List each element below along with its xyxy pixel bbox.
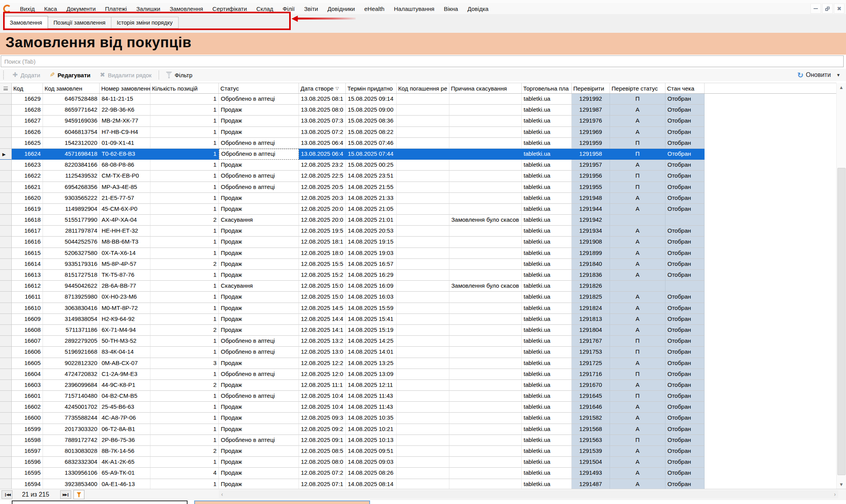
table-row[interactable]: 1660077355882444С-А8-7Р-061Продаж12.08.2… — [0, 413, 837, 424]
table-row[interactable]: 16602424500170225-45-В6-631Продаж12.08.2… — [0, 402, 837, 413]
table-row[interactable]: ▶166244571698418Т0-62-Е8-В31Оброблено в … — [0, 149, 837, 160]
column-header-4[interactable]: Кількість позицій — [150, 83, 219, 93]
column-header-1[interactable]: Код — [12, 83, 43, 93]
sort-filter-icon[interactable]: ▽ — [336, 84, 339, 93]
cell: 16596 — [12, 457, 43, 468]
pager-last-button[interactable]: ▶▶❙ — [60, 490, 71, 499]
cell: Продаж — [219, 105, 299, 116]
menu-item-Каса[interactable]: Каса — [39, 4, 62, 13]
scroll-left-icon[interactable]: ‹ — [221, 491, 223, 497]
table-row[interactable]: 16607289227920550-ТН-М3-521Оброблено в а… — [0, 336, 837, 347]
menu-item-Документи[interactable]: Документи — [62, 4, 100, 13]
table-row[interactable]: 1660857113711866Х-71-М4-942Продаж12.08.2… — [0, 325, 837, 336]
table-row[interactable]: 16625154231202001-09-Х1-411Оброблено в а… — [0, 138, 837, 149]
chevron-down-icon[interactable]: ▼ — [836, 73, 841, 77]
menu-item-Склад[interactable]: Склад — [252, 4, 278, 13]
table-row[interactable]: 166103063830416М0-МТ-8Р-721Продаж12.08.2… — [0, 303, 837, 314]
table-row[interactable]: 1659668323323044К-А1-2К-651Продаж12.08.2… — [0, 457, 837, 468]
column-header-3[interactable]: Номер замовленн — [100, 83, 150, 93]
horizontal-scrollbar[interactable]: ‹ › — [219, 490, 838, 498]
tab-2[interactable]: Позиції замовлення — [48, 17, 111, 28]
cell: 16615 — [12, 248, 43, 259]
table-row[interactable]: 166279459169036МВ-2М-ХК-771Продаж13.08.2… — [0, 116, 837, 126]
table-row[interactable]: 1659780130830288В-7К-14-562Продаж12.08.2… — [0, 446, 837, 457]
table-row[interactable]: 166216954268356МР-А3-4Е-851Оброблено в а… — [0, 182, 837, 193]
vertical-scrollbar-thumb[interactable] — [837, 168, 846, 475]
table-row[interactable]: 166172811797874НЕ-НН-ЕТ-321Продаж12.08.2… — [0, 226, 837, 237]
tab-1[interactable]: Замовлення — [4, 16, 48, 29]
cell: 5711371186 — [43, 325, 100, 336]
table-row[interactable]: 166138151727518ТК-Т5-87-761Продаж12.08.2… — [0, 270, 837, 281]
column-header-13[interactable]: Стан чека — [665, 83, 705, 93]
menu-item-Замовлення[interactable]: Замовлення — [165, 4, 207, 13]
refresh-button[interactable]: Оновити — [806, 71, 831, 78]
column-header-12[interactable]: Перевірте статус — [610, 83, 665, 93]
table-row[interactable]: 166093149838054Н2-К9-64-921Продаж12.08.2… — [0, 314, 837, 325]
table-row[interactable]: 16628865977164222-9B-36-К61Продаж13.08.2… — [0, 105, 837, 116]
table-row[interactable]: 1659439238534000А-Е1-46-131Продаж12.08.2… — [0, 479, 837, 489]
table-row[interactable]: 166266046813754Н7-НВ-С9-Н41Продаж13.08.2… — [0, 127, 837, 138]
table-row[interactable]: 16595133095610665-А9-ТК-014Продаж12.08.2… — [0, 468, 837, 479]
menu-item-Довідка[interactable]: Довідка — [463, 4, 493, 13]
menu-item-Налаштування[interactable]: Налаштування — [389, 4, 439, 13]
delete-row-button[interactable]: ✖ Видалити рядок — [95, 69, 156, 80]
edit-button[interactable]: ✎ Редагувати — [45, 69, 95, 80]
table-row[interactable]: 166165044252576М8-ВВ-6М-Т31Продаж12.08.2… — [0, 237, 837, 248]
table-row[interactable]: 16619114989290445-СМ-6Х-Р01Продаж12.08.2… — [0, 204, 837, 215]
cell: 14.08.2025 11:43 — [346, 391, 397, 402]
menu-item-Довідники[interactable]: Довідники — [323, 4, 360, 13]
grid-filter-button[interactable] — [73, 490, 84, 499]
column-chooser-icon[interactable] — [0, 83, 12, 93]
menu-item-Вікна[interactable]: Вікна — [439, 4, 463, 13]
table-row[interactable]: 16606519692166883-4К-04-141Оброблено в а… — [0, 347, 837, 358]
column-header-9[interactable]: Причина скасування — [449, 83, 522, 93]
table-row[interactable]: 1661552063275800Х-ТА-Х6-141Продаж12.08.2… — [0, 248, 837, 259]
scroll-up-icon[interactable]: ▲ — [837, 83, 846, 92]
menu-item-eHealth[interactable]: eHealth — [360, 4, 389, 13]
column-header-11[interactable]: Перевірити — [572, 83, 610, 93]
cell: 14.08.2025 15:59 — [346, 303, 397, 314]
table-row[interactable]: 16629646752848884-11-21-151Оброблено в а… — [0, 94, 837, 105]
tab-3[interactable]: Історія зміни порядку — [111, 17, 179, 28]
menu-item-Звіти[interactable]: Звіти — [299, 4, 323, 13]
table-row[interactable]: 166149335179316М5-8Р-4Р-572Продаж12.08.2… — [0, 259, 837, 270]
bottom-tab-2[interactable] — [194, 500, 370, 504]
table-row[interactable]: 1661294450426222В-6А-ВВ-771Скасування12.… — [0, 281, 837, 292]
scroll-down-icon[interactable]: ▼ — [837, 480, 846, 489]
table-row[interactable]: 16601715714048004-В2-СМ-В51Оброблено в а… — [0, 391, 837, 402]
table-row[interactable]: 16623822038416668-08-Р8-861Продаж12.08.2… — [0, 160, 837, 171]
bottom-tab-1[interactable] — [12, 500, 188, 504]
table-row[interactable]: 16599201730332006-Т2-8А-В11Продаж12.08.2… — [0, 424, 837, 435]
restore-button[interactable] — [822, 4, 833, 14]
menu-item-Платежі[interactable]: Платежі — [100, 4, 132, 13]
column-header-6[interactable]: Дата створе▽ — [299, 83, 346, 93]
table-row[interactable]: 166044724720832С1-2А-9М-Е31Оброблено в а… — [0, 369, 837, 380]
column-header-5[interactable]: Статус — [219, 83, 299, 93]
scroll-right-icon[interactable]: › — [834, 491, 836, 497]
column-header-7[interactable]: Термін придатно — [346, 83, 397, 93]
table-row[interactable]: 1659878891727422Р-В6-75-361Оброблено в а… — [0, 435, 837, 446]
menu-item-Вихід[interactable]: Вихід — [15, 4, 39, 13]
table-row[interactable]: 16603239609968444-9С-К8-Р12Продаж12.08.2… — [0, 380, 837, 391]
cell — [449, 479, 522, 489]
menu-item-Філії[interactable]: Філії — [278, 4, 299, 13]
vertical-scrollbar[interactable]: ▲ ▼ — [836, 83, 846, 489]
column-header-10[interactable]: Торговельна пла — [522, 83, 572, 93]
cell: 50-ТН-М3-52 — [100, 336, 150, 347]
table-row[interactable]: 1660590228123200М-АВ-СХ-073Продаж12.08.2… — [0, 358, 837, 369]
close-button[interactable]: ✖ — [834, 4, 844, 14]
table-row[interactable]: 166185155177990АХ-4Р-ХА-042Скасування12.… — [0, 215, 837, 226]
table-row[interactable]: 16620930356522221-Е5-77-571Продаж12.08.2… — [0, 193, 837, 204]
column-header-8[interactable]: Код погашення ре — [397, 83, 449, 93]
column-header-2[interactable]: Код замовлен — [43, 83, 100, 93]
minimize-button[interactable] — [810, 4, 821, 14]
cell — [397, 171, 449, 182]
search-input[interactable] — [1, 55, 844, 67]
menu-item-Сертифікати[interactable]: Сертифікати — [208, 4, 252, 13]
table-row[interactable]: 166221125439532СМ-ТХ-ЕВ-Р01Оброблено в а… — [0, 171, 837, 182]
add-button[interactable]: ✚ Додати — [8, 69, 45, 80]
pager-first-button[interactable]: ❙◀◀ — [2, 490, 13, 499]
filter-button[interactable]: Фільтр — [161, 69, 197, 80]
table-row[interactable]: 1661187139259800Х-Н0-23-М61Продаж12.08.2… — [0, 292, 837, 303]
menu-item-Залишки[interactable]: Залишки — [132, 4, 165, 13]
